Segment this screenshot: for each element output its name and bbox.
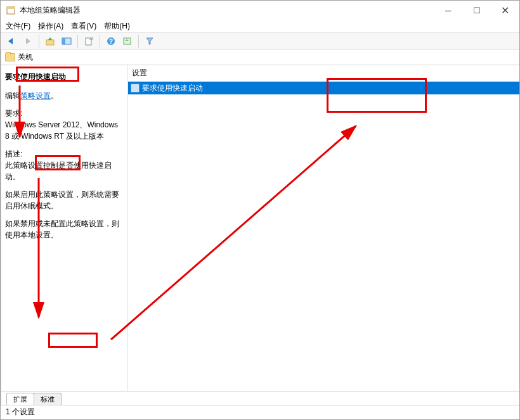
menu-action[interactable]: 操作(A) xyxy=(38,21,63,32)
refresh-button[interactable] xyxy=(120,34,134,48)
svg-rect-2 xyxy=(46,40,54,45)
help-button[interactable]: ? xyxy=(104,34,118,48)
svg-text:?: ? xyxy=(109,38,113,45)
forward-button[interactable] xyxy=(21,34,35,48)
tab-extended[interactable]: 扩展 xyxy=(6,393,34,405)
column-header-setting[interactable]: 设置 xyxy=(128,65,520,82)
statusbar: 1 个设置 xyxy=(1,405,519,419)
content-area: ›Windows 设置 ⌄管理模板 ›"开始"菜单和任务栏 ›Windows 组… xyxy=(1,50,519,405)
back-button[interactable] xyxy=(4,34,18,48)
maximize-button[interactable]: ☐ xyxy=(462,1,491,20)
up-button[interactable] xyxy=(43,34,57,48)
menubar: 文件(F) 操作(A) 查看(V) 帮助(H) xyxy=(1,20,519,32)
setting-icon xyxy=(131,84,140,92)
show-hide-tree-button[interactable] xyxy=(60,34,74,48)
detail-description: 要求使用快速启动 编辑策略设置。 要求:Windows Server 2012、… xyxy=(1,65,128,391)
detail-pane: 关机 要求使用快速启动 编辑策略设置。 要求:Windows Server 20… xyxy=(1,50,520,405)
menu-view[interactable]: 查看(V) xyxy=(71,21,96,32)
edit-policy-link[interactable]: 策略设置 xyxy=(20,91,51,100)
close-button[interactable]: ✕ xyxy=(491,1,519,20)
svg-rect-4 xyxy=(62,38,65,44)
policy-title: 要求使用快速启动 xyxy=(5,72,124,82)
app-icon xyxy=(6,5,16,15)
filter-button[interactable] xyxy=(143,34,157,48)
detail-header: 关机 xyxy=(1,50,520,65)
status-text: 1 个设置 xyxy=(6,407,35,417)
export-button[interactable] xyxy=(82,34,96,48)
list-item-fast-startup[interactable]: 要求使用快速启动 xyxy=(128,82,520,94)
detail-tabs: 扩展 标准 xyxy=(1,391,520,405)
menu-help[interactable]: 帮助(H) xyxy=(104,21,130,32)
svg-rect-1 xyxy=(7,7,15,9)
folder-icon xyxy=(5,53,15,61)
menu-file[interactable]: 文件(F) xyxy=(6,21,30,32)
tab-standard[interactable]: 标准 xyxy=(34,393,62,405)
svg-rect-8 xyxy=(124,38,131,44)
titlebar: 本地组策略编辑器 ─ ☐ ✕ xyxy=(1,1,519,20)
window-title: 本地组策略编辑器 xyxy=(20,5,434,16)
minimize-button[interactable]: ─ xyxy=(434,1,462,20)
settings-list[interactable]: 设置 要求使用快速启动 xyxy=(128,65,520,391)
toolbar: ? xyxy=(1,32,519,50)
detail-header-label: 关机 xyxy=(18,52,33,63)
